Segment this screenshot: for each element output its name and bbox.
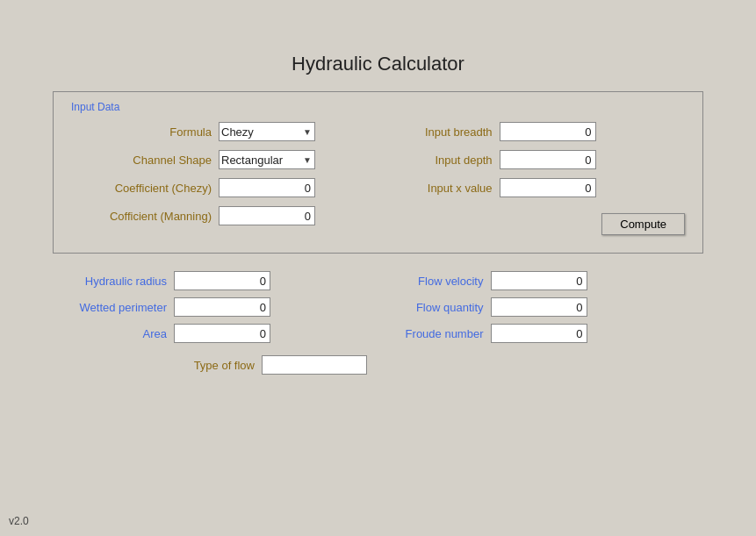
output-left: Hydraulic radius Wetted perimeter Area bbox=[53, 271, 370, 343]
hydraulic-radius-label: Hydraulic radius bbox=[53, 275, 167, 288]
wetted-perimeter-output[interactable] bbox=[174, 297, 270, 317]
formula-select[interactable]: Chezy Manning bbox=[219, 122, 315, 141]
page-title: Hydraulic Calculator bbox=[0, 53, 756, 75]
area-output[interactable] bbox=[174, 324, 270, 343]
coeff-chezy-input[interactable]: 0 bbox=[219, 178, 315, 197]
type-of-flow-output[interactable] bbox=[262, 355, 367, 375]
type-of-flow-section: Type of flow bbox=[53, 355, 703, 375]
input-breadth-label: Input breadth bbox=[387, 125, 493, 139]
coeff-manning-label: Cofficient (Manning) bbox=[71, 210, 212, 223]
area-label: Area bbox=[53, 327, 167, 340]
flow-velocity-label: Flow velocity bbox=[387, 275, 484, 288]
version-label: v2.0 bbox=[9, 515, 29, 527]
input-x-label: Input x value bbox=[387, 182, 493, 195]
froude-number-output[interactable] bbox=[491, 324, 587, 343]
channel-shape-select-wrapper[interactable]: Rectangular Trapezoidal Circular bbox=[219, 150, 315, 169]
type-of-flow-label: Type of flow bbox=[176, 359, 255, 372]
froude-number-label: Froude number bbox=[387, 327, 484, 340]
input-data-box: Input Data Formula Chezy Manning Channel… bbox=[53, 91, 703, 254]
coeff-chezy-label: Coefficient (Chezy) bbox=[71, 182, 212, 195]
formula-select-wrapper[interactable]: Chezy Manning bbox=[219, 122, 315, 141]
flow-velocity-output[interactable] bbox=[491, 271, 587, 290]
input-depth-label: Input depth bbox=[387, 154, 493, 167]
output-section: Hydraulic radius Wetted perimeter Area F… bbox=[53, 271, 703, 343]
input-data-label: Input Data bbox=[71, 101, 685, 113]
wetted-perimeter-label: Wetted perimeter bbox=[53, 301, 167, 314]
output-right: Flow velocity Flow quantity Froude numbe… bbox=[370, 271, 704, 343]
coeff-manning-input[interactable]: 0 bbox=[219, 206, 315, 225]
input-x-input[interactable] bbox=[500, 178, 596, 197]
input-breadth-input[interactable] bbox=[500, 122, 596, 141]
compute-button[interactable]: Compute bbox=[601, 213, 685, 235]
formula-label: Formula bbox=[71, 125, 212, 139]
flow-quantity-output[interactable] bbox=[491, 297, 587, 317]
input-depth-input[interactable] bbox=[500, 150, 596, 169]
flow-quantity-label: Flow quantity bbox=[387, 301, 484, 314]
channel-shape-select[interactable]: Rectangular Trapezoidal Circular bbox=[219, 150, 315, 169]
channel-shape-label: Channel Shape bbox=[71, 154, 212, 167]
hydraulic-radius-output[interactable] bbox=[174, 271, 270, 290]
